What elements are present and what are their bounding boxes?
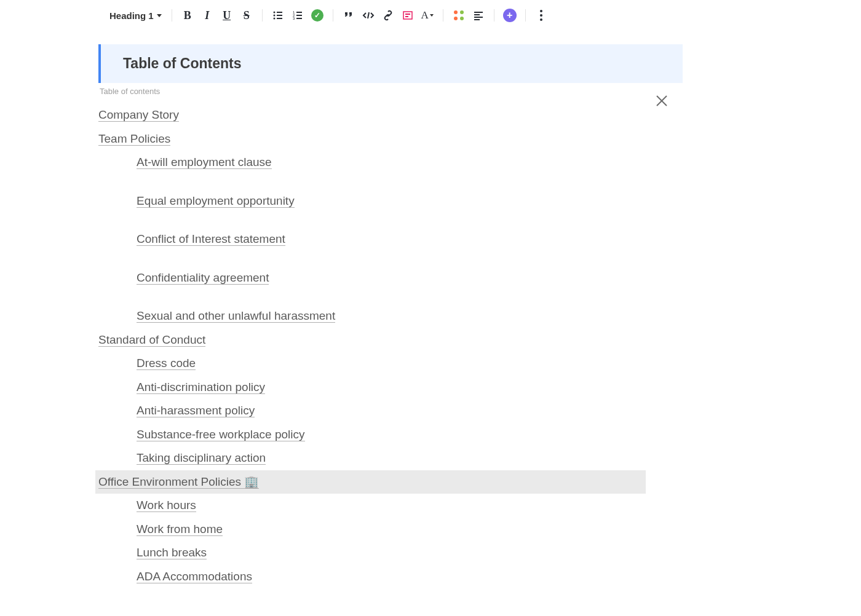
toc-row: Company Story xyxy=(98,103,683,127)
toc-row: Work from home xyxy=(98,518,683,542)
toc-link[interactable]: Lunch breaks xyxy=(137,546,207,559)
toc-row: Taking disciplinary action xyxy=(98,446,683,470)
italic-button[interactable]: I xyxy=(199,7,215,23)
separator xyxy=(333,9,333,22)
code-button[interactable] xyxy=(360,7,376,23)
toc-link[interactable]: Company Story xyxy=(98,108,179,122)
caret-down-icon xyxy=(157,14,162,17)
apps-grid-button[interactable] xyxy=(451,7,467,23)
toc-row: Team Policies xyxy=(98,127,683,151)
svg-rect-4 xyxy=(277,15,282,16)
svg-rect-10 xyxy=(296,15,302,16)
more-menu-button[interactable] xyxy=(533,7,549,23)
svg-rect-15 xyxy=(405,16,408,17)
blockquote-button[interactable] xyxy=(341,7,357,23)
toc-link[interactable]: Standard of Conduct xyxy=(98,333,205,347)
apps-grid-icon xyxy=(453,9,465,22)
svg-rect-13 xyxy=(403,12,412,19)
separator xyxy=(262,9,263,22)
svg-rect-17 xyxy=(474,14,480,15)
bold-button[interactable]: B xyxy=(180,7,196,23)
toc-link[interactable]: Dress code xyxy=(137,357,196,370)
svg-rect-14 xyxy=(405,14,410,15)
toc-link[interactable]: Confidentiality agreement xyxy=(137,271,269,285)
caret-down-icon xyxy=(430,14,434,17)
toc-link[interactable]: At-will employment clause xyxy=(137,156,272,169)
toc-row: Substance-free workplace policy xyxy=(98,423,683,447)
toc-row: Equal employment opportunity xyxy=(98,189,683,213)
plus-icon xyxy=(503,9,517,22)
toc-row: Work hours xyxy=(98,494,683,518)
toc-row: Sexual and other unlawful harassment xyxy=(98,304,683,328)
svg-rect-5 xyxy=(277,18,282,19)
toc-link[interactable]: Equal employment opportunity xyxy=(137,194,295,208)
toc-link[interactable]: Conflict of Interest statement xyxy=(137,232,285,246)
toc-row: ADA Accommodations xyxy=(98,565,683,589)
banner-button[interactable] xyxy=(400,7,416,23)
toc-link[interactable]: Anti-harassment policy xyxy=(137,404,255,417)
heading-style-dropdown[interactable]: Heading 1 xyxy=(107,9,164,22)
heading-style-label: Heading 1 xyxy=(109,10,154,21)
toc-row: At-will employment clause xyxy=(98,151,683,175)
underline-button[interactable]: U xyxy=(219,7,235,23)
link-button[interactable] xyxy=(380,7,396,23)
toc-link[interactable]: Sexual and other unlawful harassment xyxy=(137,309,335,323)
svg-text:3: 3 xyxy=(293,17,295,20)
toc-row: Conflict of Interest statement xyxy=(98,227,683,251)
separator xyxy=(494,9,494,22)
toc-row: Office Environment Policies 🏢 xyxy=(95,470,646,494)
toc-link[interactable]: Work from home xyxy=(137,523,223,536)
toc-link[interactable]: Anti-discrimination policy xyxy=(137,381,265,394)
toc-link[interactable]: Work hours xyxy=(137,499,196,512)
svg-point-0 xyxy=(273,12,275,14)
title-banner: Table of Contents xyxy=(98,44,683,83)
toc-row: Dress code xyxy=(98,352,683,376)
toc-row: Confidentiality agreement xyxy=(98,266,683,290)
svg-line-12 xyxy=(368,12,369,18)
separator xyxy=(443,9,443,22)
toc-row: Lunch breaks xyxy=(98,541,683,565)
toc-link[interactable]: Taking disciplinary action xyxy=(137,451,266,465)
toc-row: Standard of Conduct xyxy=(98,328,683,352)
align-button[interactable] xyxy=(470,7,486,23)
bulleted-list-button[interactable] xyxy=(270,7,286,23)
svg-rect-11 xyxy=(296,18,302,19)
separator xyxy=(172,9,172,22)
toc-link[interactable]: Office Environment Policies 🏢 xyxy=(98,475,259,489)
svg-rect-9 xyxy=(296,12,302,13)
svg-rect-3 xyxy=(277,12,282,13)
toc-row: Anti-discrimination policy xyxy=(98,376,683,400)
table-of-contents-list: Company StoryTeam PoliciesAt-will employ… xyxy=(98,103,683,588)
svg-rect-18 xyxy=(474,17,483,18)
subtitle-label: Table of contents xyxy=(100,87,683,96)
page-title: Table of Contents xyxy=(123,55,661,72)
svg-rect-16 xyxy=(474,12,483,13)
svg-point-1 xyxy=(273,15,275,17)
toc-link[interactable]: Team Policies xyxy=(98,132,170,146)
kebab-menu-icon xyxy=(540,10,542,21)
text-color-button[interactable]: A xyxy=(419,7,435,23)
numbered-list-button[interactable]: 123 xyxy=(290,7,306,23)
svg-point-2 xyxy=(273,18,275,20)
toc-row: Anti-harassment policy xyxy=(98,399,683,423)
editor-toolbar: Heading 1 B I U S 123 A xyxy=(98,5,683,26)
add-button[interactable] xyxy=(502,7,518,23)
strikethrough-button[interactable]: S xyxy=(239,7,255,23)
toc-link[interactable]: ADA Accommodations xyxy=(137,570,252,583)
svg-rect-19 xyxy=(474,19,480,20)
toc-link[interactable]: Substance-free workplace policy xyxy=(137,428,305,441)
checklist-button[interactable] xyxy=(309,7,325,23)
checkmark-icon xyxy=(311,9,323,22)
separator xyxy=(525,9,526,22)
